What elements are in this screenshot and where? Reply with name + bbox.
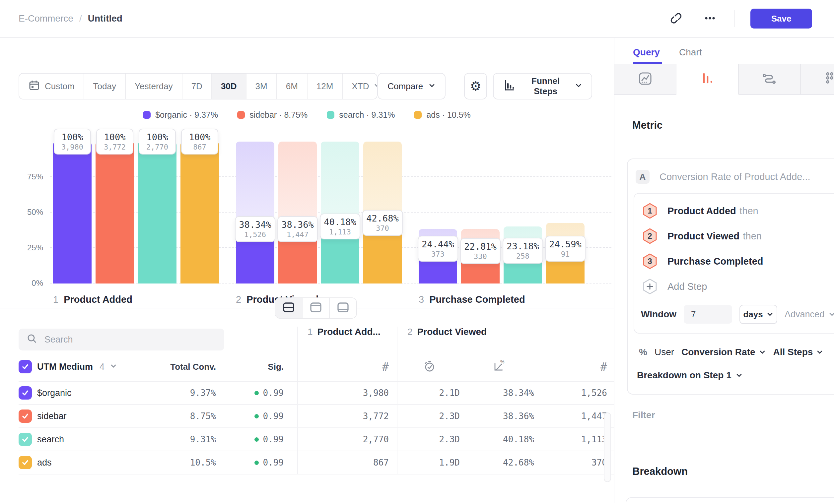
step2-count: 1,113	[535, 434, 614, 444]
row-checkbox[interactable]	[19, 456, 32, 469]
query-step-1[interactable]: 1 Product Added then	[634, 198, 834, 224]
date-range-today[interactable]: Today	[84, 74, 126, 99]
breakdown-item-card[interactable]: Aa UTM Medium	[626, 497, 834, 504]
table-row[interactable]: ads 10.5% 0.99 867 1.9D 42.68% 370	[19, 451, 614, 475]
count-column-header[interactable]: #	[297, 352, 397, 381]
funnel-bar[interactable]: 24.59%91	[546, 142, 585, 283]
funnel-bar[interactable]: 23.18%258	[504, 142, 542, 283]
share-link-button[interactable]	[667, 9, 685, 28]
chart-type-funnel-selected[interactable]	[676, 64, 739, 95]
top-actions: Save	[667, 8, 812, 28]
layout-table-button[interactable]	[330, 298, 356, 318]
row-checkbox[interactable]	[19, 410, 32, 423]
search-input[interactable]	[44, 335, 204, 345]
table-row[interactable]: $organic 9.37% 0.99 3,980 2.1D 38.34% 1,…	[19, 382, 614, 405]
chart-type-button[interactable]: Funnel Steps	[493, 73, 592, 99]
avg-time-column-header[interactable]	[397, 352, 462, 381]
date-range-3m[interactable]: 3M	[246, 74, 277, 99]
funnel-bar[interactable]: 22.81%330	[461, 142, 500, 283]
legend-item-organic[interactable]: $organic · 9.37%	[143, 110, 218, 120]
bar-value-tag: 100%2,770	[139, 129, 176, 155]
layout-chart-button[interactable]	[303, 298, 330, 318]
chart-settings-button[interactable]: ⚙	[464, 73, 487, 99]
compare-button[interactable]: Compare	[377, 73, 445, 99]
measure-metric-select[interactable]: Conversion Rate	[681, 347, 766, 358]
measure-entity[interactable]: User	[655, 347, 674, 358]
advanced-toggle[interactable]: Advanced	[785, 310, 834, 320]
row-checkbox[interactable]	[19, 433, 32, 446]
breakdown-heading: Breakdown	[632, 465, 688, 478]
date-range-12m[interactable]: 12M	[308, 74, 343, 99]
sig-value: 0.99	[263, 411, 284, 421]
date-range-6m[interactable]: 6M	[277, 74, 308, 99]
sig-value: 0.99	[263, 434, 284, 444]
layout-split-button[interactable]	[275, 298, 303, 318]
date-range-7d[interactable]: 7D	[182, 74, 212, 99]
tab-chart[interactable]: Chart	[679, 47, 702, 64]
chart-type-flows[interactable]	[739, 64, 801, 95]
chart-type-insights[interactable]	[614, 64, 676, 95]
tab-query[interactable]: Query	[633, 47, 660, 64]
chart-type-grid[interactable]	[801, 64, 834, 95]
date-range-30d-selected[interactable]: 30D	[212, 74, 246, 99]
legend-item-ads[interactable]: ads · 10.5%	[414, 110, 470, 120]
date-range-yesterday[interactable]: Yesterday	[126, 74, 182, 99]
chevron-down-icon[interactable]	[110, 362, 117, 371]
more-menu-button[interactable]	[701, 9, 719, 28]
legend-item-search[interactable]: search · 9.31%	[327, 110, 395, 120]
bar-fill[interactable]	[138, 142, 176, 283]
step1-count: 3,772	[297, 405, 397, 428]
count2-column-header[interactable]: #	[535, 360, 614, 373]
window-value-input[interactable]	[684, 305, 732, 324]
funnel-bar[interactable]: 100%867	[180, 142, 219, 283]
bar-fill[interactable]	[53, 142, 92, 283]
metric-heading: Metric	[632, 119, 834, 131]
bar-count: 2,770	[142, 143, 172, 151]
bar-fill[interactable]	[95, 142, 134, 283]
window-unit-select[interactable]: days	[740, 305, 777, 324]
table-row[interactable]: sidebar 8.75% 0.99 3,772 2.3D 38.36% 1,4…	[19, 405, 614, 428]
funnel-bar[interactable]: 100%2,770	[138, 142, 176, 283]
breakdown-column-label[interactable]: UTM Medium	[37, 362, 93, 372]
metric-series-row[interactable]: A Conversion Rate of Product Adde...	[636, 170, 834, 184]
measure-scope-select[interactable]: All Steps	[773, 347, 824, 358]
save-button[interactable]: Save	[750, 8, 812, 28]
funnel-chart: 0% 25% 50% 75% 100%3,980	[0, 133, 614, 283]
table-row[interactable]: search 9.31% 0.99 2,770 2.3D 40.18% 1,11…	[19, 428, 614, 451]
funnel-bar[interactable]: 38.34%1,526	[236, 142, 275, 283]
date-range-custom[interactable]: Custom	[19, 74, 84, 99]
bar-pct: 22.81%	[464, 242, 497, 252]
select-all-checkbox[interactable]	[19, 360, 32, 373]
date-range-xtd[interactable]: XTD	[343, 74, 377, 99]
report-canvas: Custom Today Yesterday 7D 30D 3M 6M 12M …	[0, 38, 614, 503]
funnel-bar[interactable]: 100%3,980	[53, 142, 92, 283]
total-conv-value: 9.31%	[159, 434, 217, 444]
funnel-bar[interactable]: 100%3,772	[95, 142, 134, 283]
conv-pct-column-header[interactable]: %	[462, 360, 535, 374]
bar-value-tag: 100%3,980	[54, 129, 91, 155]
funnel-bar[interactable]: 24.44%373	[419, 142, 457, 283]
query-step-2[interactable]: 2 Product Viewed then	[634, 224, 834, 249]
bar-value-tag: 38.36%1,447	[277, 216, 318, 242]
total-conv-column-header[interactable]: Total Conv.	[159, 362, 217, 372]
query-step-3[interactable]: 3 Purchase Completed	[634, 249, 834, 274]
bar-fill[interactable]	[180, 142, 219, 283]
bar-count: 258	[507, 252, 539, 260]
row-checkbox[interactable]	[19, 386, 32, 399]
add-step-button[interactable]: Add Step	[634, 274, 834, 299]
funnel-bar[interactable]: 38.36%1,447	[278, 142, 317, 283]
legend-item-sidebar[interactable]: sidebar · 8.75%	[237, 110, 308, 120]
row-name: sidebar	[37, 411, 67, 421]
step2-count: 370	[535, 458, 614, 467]
funnel-bar[interactable]: 40.18%1,113	[321, 142, 359, 283]
search-box[interactable]	[19, 328, 224, 350]
sig-column-header[interactable]: Sig.	[217, 362, 297, 372]
sig-status-dot	[255, 414, 259, 418]
bar-pct: 100%	[100, 132, 129, 142]
report-title[interactable]: Untitled	[88, 13, 123, 24]
breakdown-on-step-select[interactable]: Breakdown on Step 1	[637, 370, 834, 381]
breadcrumb-project[interactable]: E-Commerce	[19, 13, 73, 24]
bar-count: 3,772	[100, 143, 129, 151]
table-scrollbar[interactable]	[604, 412, 611, 482]
funnel-bar[interactable]: 42.68%370	[363, 142, 402, 283]
